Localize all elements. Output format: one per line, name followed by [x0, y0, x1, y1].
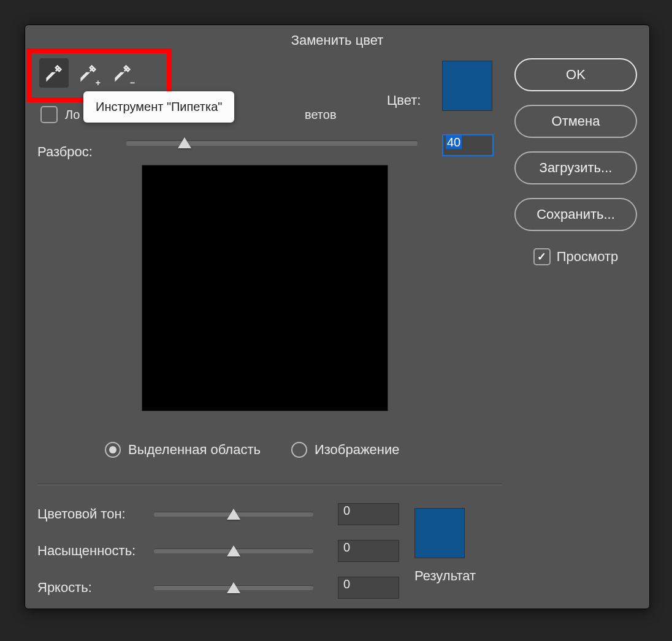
replace-color-dialog: Заменить цвет + − Инструмент [25, 25, 650, 609]
radio-icon [291, 442, 307, 458]
eyedropper-subtract-tool[interactable]: − [108, 58, 137, 88]
preview-checkbox-label: Просмотр [557, 249, 618, 265]
saturation-slider[interactable] [154, 548, 313, 553]
result-color-swatch[interactable] [414, 508, 465, 558]
source-color-swatch[interactable] [442, 61, 492, 111]
preview-mode-selection[interactable]: Выделенная область [105, 442, 261, 458]
dialog-title: Заменить цвет [25, 25, 649, 55]
selection-preview [142, 165, 388, 411]
save-button[interactable]: Сохранить... [514, 198, 637, 231]
eyedropper-tooltip: Инструмент "Пипетка" [83, 91, 234, 123]
eyedropper-tool[interactable] [39, 58, 69, 88]
preview-mode-image[interactable]: Изображение [291, 442, 400, 458]
lightness-slider-thumb[interactable] [227, 582, 240, 593]
divider [37, 484, 502, 485]
minus-badge: − [130, 78, 135, 88]
fuzziness-slider[interactable] [126, 140, 418, 146]
preview-mode-radios: Выделенная область Изображение [105, 442, 400, 458]
lightness-input[interactable]: 0 [338, 577, 399, 599]
lightness-row: Яркость: 0 [37, 577, 399, 599]
hue-row: Цветовой тон: 0 [37, 503, 399, 525]
eyedropper-tool-group: + − [34, 55, 142, 91]
radio-icon [105, 442, 121, 458]
load-button[interactable]: Загрузить... [514, 151, 637, 184]
dialog-sidebar: OK Отмена Загрузить... Сохранить... Прос… [514, 58, 637, 265]
hue-input[interactable]: 0 [338, 503, 399, 525]
radio-label: Выделенная область [128, 442, 261, 458]
fuzziness-slider-thumb[interactable] [178, 137, 191, 148]
result-label: Результат [414, 568, 476, 584]
hue-slider[interactable] [154, 512, 313, 517]
saturation-slider-thumb[interactable] [227, 545, 240, 556]
hue-slider-thumb[interactable] [227, 509, 240, 520]
dialog-content: + − Инструмент "Пипетка" Ло ветов Цвет [25, 55, 649, 61]
saturation-input[interactable]: 0 [338, 540, 399, 562]
radio-label: Изображение [315, 442, 400, 458]
preview-checkbox-row: Просмотр [514, 248, 637, 265]
saturation-label: Насыщенность: [37, 543, 154, 559]
eyedropper-add-tool[interactable]: + [74, 58, 103, 88]
fuzziness-label: Разброс: [37, 144, 93, 160]
ok-button[interactable]: OK [514, 58, 637, 91]
source-color-label: Цвет: [387, 93, 421, 108]
lightness-label: Яркость: [37, 580, 154, 596]
eyedropper-icon [44, 63, 64, 83]
preview-checkbox[interactable] [533, 248, 551, 265]
plus-badge: + [96, 78, 101, 88]
fuzziness-input[interactable]: 40 [442, 134, 494, 156]
saturation-row: Насыщенность: 0 [37, 540, 399, 562]
cancel-button[interactable]: Отмена [514, 105, 637, 138]
localized-clusters-checkbox[interactable] [40, 106, 58, 123]
hue-label: Цветовой тон: [37, 506, 154, 522]
lightness-slider[interactable] [154, 585, 313, 590]
